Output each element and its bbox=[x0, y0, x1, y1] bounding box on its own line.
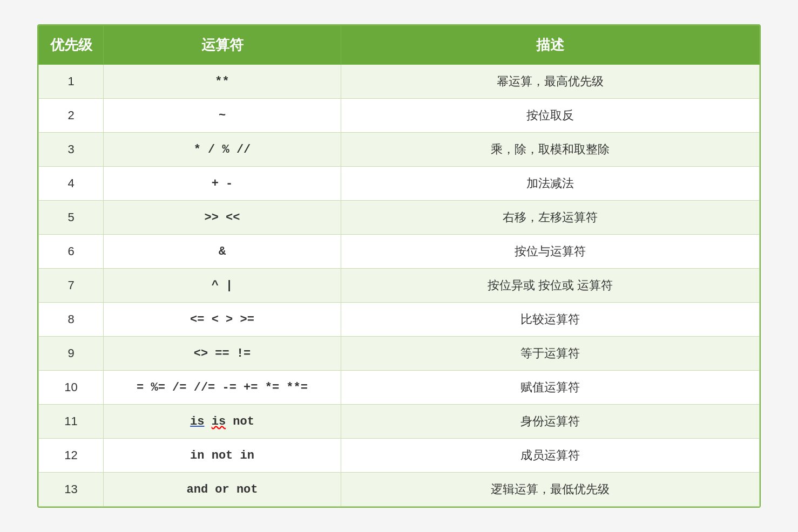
cell-priority: 7 bbox=[39, 269, 104, 303]
table-row: 6&按位与运算符 bbox=[39, 235, 760, 269]
cell-operator: + - bbox=[104, 167, 341, 201]
cell-description: 幂运算，最高优先级 bbox=[341, 65, 760, 99]
cell-operator: <= < > >= bbox=[104, 303, 341, 337]
cell-priority: 6 bbox=[39, 235, 104, 269]
cell-description: 等于运算符 bbox=[341, 337, 760, 371]
cell-description: 赋值运算符 bbox=[341, 371, 760, 405]
cell-operator: <> == != bbox=[104, 337, 341, 371]
table-row: 3* / % //乘，除，取模和取整除 bbox=[39, 133, 760, 167]
cell-operator: ~ bbox=[104, 99, 341, 133]
cell-operator: >> << bbox=[104, 201, 341, 235]
cell-priority: 9 bbox=[39, 337, 104, 371]
cell-operator: * / % // bbox=[104, 133, 341, 167]
cell-description: 乘，除，取模和取整除 bbox=[341, 133, 760, 167]
cell-priority: 10 bbox=[39, 371, 104, 405]
cell-description: 成员运算符 bbox=[341, 439, 760, 473]
cell-priority: 5 bbox=[39, 201, 104, 235]
cell-priority: 8 bbox=[39, 303, 104, 337]
cell-description: 按位与运算符 bbox=[341, 235, 760, 269]
cell-priority: 12 bbox=[39, 439, 104, 473]
cell-description: 身份运算符 bbox=[341, 405, 760, 439]
cell-description: 右移，左移运算符 bbox=[341, 201, 760, 235]
cell-operator: ^ | bbox=[104, 269, 341, 303]
table-header-row: 优先级 运算符 描述 bbox=[39, 26, 760, 65]
cell-description: 逻辑运算，最低优先级 bbox=[341, 473, 760, 507]
cell-operator: in not in bbox=[104, 439, 341, 473]
cell-description: 按位异或 按位或 运算符 bbox=[341, 269, 760, 303]
cell-priority: 11 bbox=[39, 405, 104, 439]
cell-priority: 13 bbox=[39, 473, 104, 507]
cell-priority: 1 bbox=[39, 65, 104, 99]
cell-operator: is is not bbox=[104, 405, 341, 439]
table-row: 9<> == !=等于运算符 bbox=[39, 337, 760, 371]
table-row: 10= %= /= //= -= += *= **=赋值运算符 bbox=[39, 371, 760, 405]
operator-precedence-table: 优先级 运算符 描述 1**幂运算，最高优先级2~按位取反3* / % //乘，… bbox=[37, 24, 761, 508]
cell-priority: 2 bbox=[39, 99, 104, 133]
header-priority: 优先级 bbox=[39, 26, 104, 65]
cell-operator: = %= /= //= -= += *= **= bbox=[104, 371, 341, 405]
cell-priority: 4 bbox=[39, 167, 104, 201]
header-description: 描述 bbox=[341, 26, 760, 65]
cell-description: 按位取反 bbox=[341, 99, 760, 133]
table-row: 7^ |按位异或 按位或 运算符 bbox=[39, 269, 760, 303]
table-row: 12in not in成员运算符 bbox=[39, 439, 760, 473]
table-row: 4+ -加法减法 bbox=[39, 167, 760, 201]
cell-operator: and or not bbox=[104, 473, 341, 507]
table-row: 5>> <<右移，左移运算符 bbox=[39, 201, 760, 235]
cell-priority: 3 bbox=[39, 133, 104, 167]
cell-description: 加法减法 bbox=[341, 167, 760, 201]
table-row: 2~按位取反 bbox=[39, 99, 760, 133]
table-row: 11is is not身份运算符 bbox=[39, 405, 760, 439]
cell-description: 比较运算符 bbox=[341, 303, 760, 337]
table-row: 8<= < > >=比较运算符 bbox=[39, 303, 760, 337]
table-row: 1**幂运算，最高优先级 bbox=[39, 65, 760, 99]
cell-operator: & bbox=[104, 235, 341, 269]
header-operator: 运算符 bbox=[104, 26, 341, 65]
cell-operator: ** bbox=[104, 65, 341, 99]
table-row: 13and or not逻辑运算，最低优先级 bbox=[39, 473, 760, 507]
